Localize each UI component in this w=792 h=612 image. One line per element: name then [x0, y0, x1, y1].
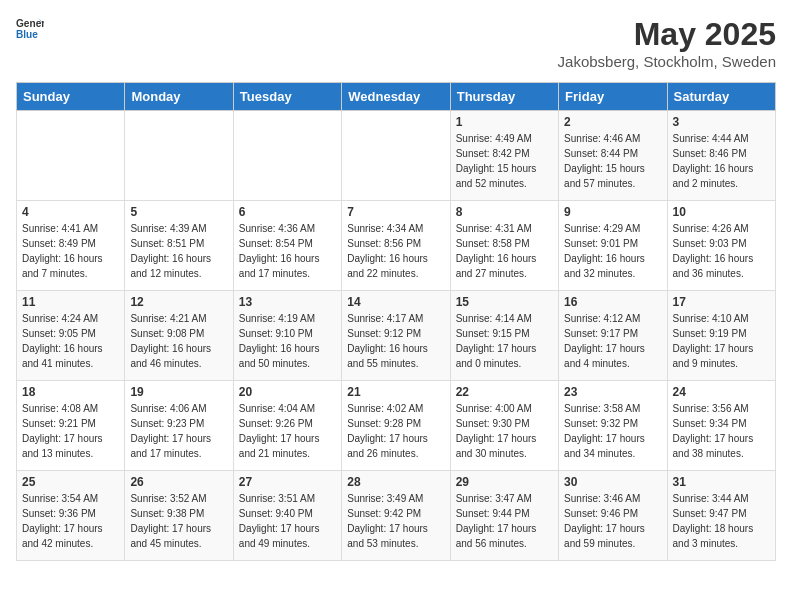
day-info: Sunrise: 4:00 AMSunset: 9:30 PMDaylight:… — [456, 401, 553, 461]
header-sunday: Sunday — [17, 83, 125, 111]
day-number: 18 — [22, 385, 119, 399]
header-thursday: Thursday — [450, 83, 558, 111]
day-number: 7 — [347, 205, 444, 219]
day-number: 2 — [564, 115, 661, 129]
table-row — [342, 111, 450, 201]
day-number: 29 — [456, 475, 553, 489]
table-row: 6Sunrise: 4:36 AMSunset: 8:54 PMDaylight… — [233, 201, 341, 291]
table-row: 9Sunrise: 4:29 AMSunset: 9:01 PMDaylight… — [559, 201, 667, 291]
day-info: Sunrise: 3:51 AMSunset: 9:40 PMDaylight:… — [239, 491, 336, 551]
table-row: 28Sunrise: 3:49 AMSunset: 9:42 PMDayligh… — [342, 471, 450, 561]
header-monday: Monday — [125, 83, 233, 111]
day-number: 3 — [673, 115, 770, 129]
table-row: 18Sunrise: 4:08 AMSunset: 9:21 PMDayligh… — [17, 381, 125, 471]
day-info: Sunrise: 4:08 AMSunset: 9:21 PMDaylight:… — [22, 401, 119, 461]
day-info: Sunrise: 4:17 AMSunset: 9:12 PMDaylight:… — [347, 311, 444, 371]
day-number: 10 — [673, 205, 770, 219]
calendar-week-row: 11Sunrise: 4:24 AMSunset: 9:05 PMDayligh… — [17, 291, 776, 381]
day-info: Sunrise: 4:44 AMSunset: 8:46 PMDaylight:… — [673, 131, 770, 191]
calendar-week-row: 1Sunrise: 4:49 AMSunset: 8:42 PMDaylight… — [17, 111, 776, 201]
day-number: 13 — [239, 295, 336, 309]
day-info: Sunrise: 3:44 AMSunset: 9:47 PMDaylight:… — [673, 491, 770, 551]
day-info: Sunrise: 3:49 AMSunset: 9:42 PMDaylight:… — [347, 491, 444, 551]
table-row: 17Sunrise: 4:10 AMSunset: 9:19 PMDayligh… — [667, 291, 775, 381]
header-friday: Friday — [559, 83, 667, 111]
table-row — [233, 111, 341, 201]
day-info: Sunrise: 4:24 AMSunset: 9:05 PMDaylight:… — [22, 311, 119, 371]
table-row: 23Sunrise: 3:58 AMSunset: 9:32 PMDayligh… — [559, 381, 667, 471]
calendar-week-row: 4Sunrise: 4:41 AMSunset: 8:49 PMDaylight… — [17, 201, 776, 291]
day-info: Sunrise: 4:49 AMSunset: 8:42 PMDaylight:… — [456, 131, 553, 191]
table-row: 26Sunrise: 3:52 AMSunset: 9:38 PMDayligh… — [125, 471, 233, 561]
day-info: Sunrise: 3:58 AMSunset: 9:32 PMDaylight:… — [564, 401, 661, 461]
table-row: 31Sunrise: 3:44 AMSunset: 9:47 PMDayligh… — [667, 471, 775, 561]
table-row: 27Sunrise: 3:51 AMSunset: 9:40 PMDayligh… — [233, 471, 341, 561]
calendar-table: Sunday Monday Tuesday Wednesday Thursday… — [16, 82, 776, 561]
header-saturday: Saturday — [667, 83, 775, 111]
calendar-header-row: Sunday Monday Tuesday Wednesday Thursday… — [17, 83, 776, 111]
day-number: 12 — [130, 295, 227, 309]
day-number: 23 — [564, 385, 661, 399]
day-info: Sunrise: 4:10 AMSunset: 9:19 PMDaylight:… — [673, 311, 770, 371]
table-row: 14Sunrise: 4:17 AMSunset: 9:12 PMDayligh… — [342, 291, 450, 381]
svg-text:General: General — [16, 18, 44, 29]
table-row: 1Sunrise: 4:49 AMSunset: 8:42 PMDaylight… — [450, 111, 558, 201]
day-info: Sunrise: 4:39 AMSunset: 8:51 PMDaylight:… — [130, 221, 227, 281]
day-number: 9 — [564, 205, 661, 219]
calendar-week-row: 25Sunrise: 3:54 AMSunset: 9:36 PMDayligh… — [17, 471, 776, 561]
logo-icon: General Blue — [16, 16, 44, 44]
day-info: Sunrise: 4:04 AMSunset: 9:26 PMDaylight:… — [239, 401, 336, 461]
day-number: 17 — [673, 295, 770, 309]
day-info: Sunrise: 4:02 AMSunset: 9:28 PMDaylight:… — [347, 401, 444, 461]
table-row — [125, 111, 233, 201]
day-info: Sunrise: 4:06 AMSunset: 9:23 PMDaylight:… — [130, 401, 227, 461]
table-row: 30Sunrise: 3:46 AMSunset: 9:46 PMDayligh… — [559, 471, 667, 561]
day-number: 8 — [456, 205, 553, 219]
table-row: 5Sunrise: 4:39 AMSunset: 8:51 PMDaylight… — [125, 201, 233, 291]
day-number: 24 — [673, 385, 770, 399]
day-number: 6 — [239, 205, 336, 219]
day-info: Sunrise: 3:56 AMSunset: 9:34 PMDaylight:… — [673, 401, 770, 461]
table-row: 19Sunrise: 4:06 AMSunset: 9:23 PMDayligh… — [125, 381, 233, 471]
day-number: 19 — [130, 385, 227, 399]
table-row: 7Sunrise: 4:34 AMSunset: 8:56 PMDaylight… — [342, 201, 450, 291]
day-number: 14 — [347, 295, 444, 309]
month-year-title: May 2025 — [558, 16, 776, 53]
svg-text:Blue: Blue — [16, 29, 38, 40]
table-row — [17, 111, 125, 201]
day-number: 15 — [456, 295, 553, 309]
day-info: Sunrise: 4:12 AMSunset: 9:17 PMDaylight:… — [564, 311, 661, 371]
table-row: 25Sunrise: 3:54 AMSunset: 9:36 PMDayligh… — [17, 471, 125, 561]
table-row: 3Sunrise: 4:44 AMSunset: 8:46 PMDaylight… — [667, 111, 775, 201]
table-row: 8Sunrise: 4:31 AMSunset: 8:58 PMDaylight… — [450, 201, 558, 291]
day-number: 5 — [130, 205, 227, 219]
day-info: Sunrise: 4:34 AMSunset: 8:56 PMDaylight:… — [347, 221, 444, 281]
calendar-week-row: 18Sunrise: 4:08 AMSunset: 9:21 PMDayligh… — [17, 381, 776, 471]
day-number: 11 — [22, 295, 119, 309]
day-number: 26 — [130, 475, 227, 489]
table-row: 24Sunrise: 3:56 AMSunset: 9:34 PMDayligh… — [667, 381, 775, 471]
day-info: Sunrise: 4:41 AMSunset: 8:49 PMDaylight:… — [22, 221, 119, 281]
day-info: Sunrise: 4:29 AMSunset: 9:01 PMDaylight:… — [564, 221, 661, 281]
day-number: 16 — [564, 295, 661, 309]
table-row: 10Sunrise: 4:26 AMSunset: 9:03 PMDayligh… — [667, 201, 775, 291]
table-row: 21Sunrise: 4:02 AMSunset: 9:28 PMDayligh… — [342, 381, 450, 471]
table-row: 29Sunrise: 3:47 AMSunset: 9:44 PMDayligh… — [450, 471, 558, 561]
day-number: 30 — [564, 475, 661, 489]
day-info: Sunrise: 3:47 AMSunset: 9:44 PMDaylight:… — [456, 491, 553, 551]
table-row: 22Sunrise: 4:00 AMSunset: 9:30 PMDayligh… — [450, 381, 558, 471]
table-row: 2Sunrise: 4:46 AMSunset: 8:44 PMDaylight… — [559, 111, 667, 201]
table-row: 15Sunrise: 4:14 AMSunset: 9:15 PMDayligh… — [450, 291, 558, 381]
logo: General Blue — [16, 16, 44, 44]
day-number: 21 — [347, 385, 444, 399]
day-number: 28 — [347, 475, 444, 489]
day-number: 22 — [456, 385, 553, 399]
day-number: 27 — [239, 475, 336, 489]
location-subtitle: Jakobsberg, Stockholm, Sweden — [558, 53, 776, 70]
day-info: Sunrise: 3:46 AMSunset: 9:46 PMDaylight:… — [564, 491, 661, 551]
header-wednesday: Wednesday — [342, 83, 450, 111]
day-info: Sunrise: 3:52 AMSunset: 9:38 PMDaylight:… — [130, 491, 227, 551]
table-row: 13Sunrise: 4:19 AMSunset: 9:10 PMDayligh… — [233, 291, 341, 381]
day-number: 20 — [239, 385, 336, 399]
day-number: 25 — [22, 475, 119, 489]
